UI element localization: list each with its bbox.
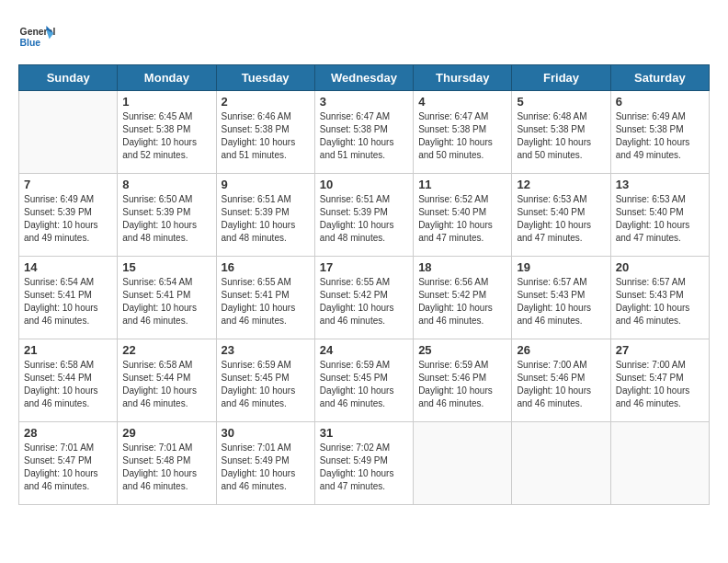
- day-number: 24: [320, 343, 408, 357]
- calendar-cell: 23Sunrise: 6:59 AMSunset: 5:45 PMDayligh…: [216, 339, 314, 422]
- calendar-cell: [512, 422, 610, 505]
- calendar-cell: 8Sunrise: 6:50 AMSunset: 5:39 PMDaylight…: [118, 174, 216, 257]
- calendar-cell: 12Sunrise: 6:53 AMSunset: 5:40 PMDayligh…: [512, 174, 610, 257]
- calendar-cell: 10Sunrise: 6:51 AMSunset: 5:39 PMDayligh…: [314, 174, 413, 257]
- day-number: 11: [418, 178, 506, 191]
- calendar-cell: 13Sunrise: 6:53 AMSunset: 5:40 PMDayligh…: [610, 174, 709, 257]
- day-number: 21: [24, 343, 112, 357]
- day-number: 28: [24, 426, 112, 440]
- day-number: 14: [24, 260, 112, 274]
- day-number: 17: [320, 260, 408, 274]
- calendar-cell: 29Sunrise: 7:01 AMSunset: 5:48 PMDayligh…: [118, 422, 216, 505]
- calendar-cell: 22Sunrise: 6:58 AMSunset: 5:44 PMDayligh…: [118, 339, 216, 422]
- day-info: Sunrise: 6:51 AMSunset: 5:39 PMDaylight:…: [320, 193, 408, 245]
- weekday-header-cell: Thursday: [414, 65, 512, 91]
- calendar-cell: 6Sunrise: 6:49 AMSunset: 5:38 PMDaylight…: [610, 91, 709, 174]
- weekday-header-cell: Sunday: [19, 65, 118, 91]
- calendar-cell: 14Sunrise: 6:54 AMSunset: 5:41 PMDayligh…: [19, 257, 118, 339]
- day-info: Sunrise: 6:57 AMSunset: 5:43 PMDaylight:…: [616, 276, 704, 327]
- weekday-header-cell: Saturday: [610, 65, 709, 91]
- day-info: Sunrise: 6:59 AMSunset: 5:45 PMDaylight:…: [320, 359, 408, 410]
- calendar-cell: 9Sunrise: 6:51 AMSunset: 5:39 PMDaylight…: [216, 174, 314, 257]
- calendar-cell: 25Sunrise: 6:59 AMSunset: 5:46 PMDayligh…: [414, 339, 512, 422]
- weekday-header-cell: Monday: [118, 65, 216, 91]
- day-info: Sunrise: 6:55 AMSunset: 5:42 PMDaylight:…: [320, 276, 408, 327]
- calendar-week-row: 21Sunrise: 6:58 AMSunset: 5:44 PMDayligh…: [19, 339, 710, 422]
- calendar-cell: 21Sunrise: 6:58 AMSunset: 5:44 PMDayligh…: [19, 339, 118, 422]
- day-number: 5: [517, 95, 605, 109]
- day-info: Sunrise: 7:01 AMSunset: 5:47 PMDaylight:…: [24, 442, 112, 493]
- day-info: Sunrise: 6:48 AMSunset: 5:38 PMDaylight:…: [517, 110, 605, 162]
- weekday-header-cell: Tuesday: [216, 65, 314, 91]
- day-info: Sunrise: 6:59 AMSunset: 5:45 PMDaylight:…: [222, 359, 310, 410]
- calendar-cell: 5Sunrise: 6:48 AMSunset: 5:38 PMDaylight…: [512, 91, 610, 174]
- day-number: 31: [320, 426, 408, 440]
- day-number: 10: [320, 178, 408, 191]
- calendar-cell: 19Sunrise: 6:57 AMSunset: 5:43 PMDayligh…: [512, 257, 610, 339]
- day-info: Sunrise: 6:49 AMSunset: 5:39 PMDaylight:…: [24, 193, 112, 245]
- calendar-cell: [414, 422, 512, 505]
- calendar-cell: 11Sunrise: 6:52 AMSunset: 5:40 PMDayligh…: [414, 174, 512, 257]
- day-info: Sunrise: 6:59 AMSunset: 5:46 PMDaylight:…: [418, 359, 506, 410]
- day-number: 30: [222, 426, 310, 440]
- calendar-cell: 26Sunrise: 7:00 AMSunset: 5:46 PMDayligh…: [512, 339, 610, 422]
- day-number: 16: [222, 260, 310, 274]
- day-info: Sunrise: 6:50 AMSunset: 5:39 PMDaylight:…: [122, 193, 210, 245]
- page-header: General Blue: [18, 18, 710, 55]
- svg-text:Blue: Blue: [20, 38, 41, 48]
- day-number: 27: [616, 343, 704, 357]
- day-number: 19: [517, 260, 605, 274]
- day-number: 20: [616, 260, 704, 274]
- calendar-cell: 2Sunrise: 6:46 AMSunset: 5:38 PMDaylight…: [216, 91, 314, 174]
- day-info: Sunrise: 7:02 AMSunset: 5:49 PMDaylight:…: [320, 442, 408, 493]
- day-number: 9: [222, 178, 310, 191]
- day-info: Sunrise: 7:00 AMSunset: 5:46 PMDaylight:…: [517, 359, 605, 410]
- calendar-week-row: 28Sunrise: 7:01 AMSunset: 5:47 PMDayligh…: [19, 422, 710, 505]
- calendar-week-row: 14Sunrise: 6:54 AMSunset: 5:41 PMDayligh…: [19, 257, 710, 339]
- day-info: Sunrise: 6:53 AMSunset: 5:40 PMDaylight:…: [517, 193, 605, 245]
- day-info: Sunrise: 6:47 AMSunset: 5:38 PMDaylight:…: [320, 110, 408, 162]
- day-number: 18: [418, 260, 506, 274]
- calendar-cell: [19, 91, 118, 174]
- day-info: Sunrise: 6:53 AMSunset: 5:40 PMDaylight:…: [616, 193, 704, 245]
- day-number: 15: [122, 260, 210, 274]
- calendar-cell: 24Sunrise: 6:59 AMSunset: 5:45 PMDayligh…: [314, 339, 413, 422]
- weekday-header-cell: Friday: [512, 65, 610, 91]
- day-info: Sunrise: 6:49 AMSunset: 5:38 PMDaylight:…: [616, 110, 704, 162]
- calendar-body: 1Sunrise: 6:45 AMSunset: 5:38 PMDaylight…: [19, 91, 710, 505]
- day-info: Sunrise: 6:56 AMSunset: 5:42 PMDaylight:…: [418, 276, 506, 327]
- day-info: Sunrise: 6:52 AMSunset: 5:40 PMDaylight:…: [418, 193, 506, 245]
- day-info: Sunrise: 6:45 AMSunset: 5:38 PMDaylight:…: [122, 110, 210, 162]
- day-number: 25: [418, 343, 506, 357]
- day-info: Sunrise: 7:01 AMSunset: 5:48 PMDaylight:…: [122, 442, 210, 493]
- calendar-cell: 17Sunrise: 6:55 AMSunset: 5:42 PMDayligh…: [314, 257, 413, 339]
- day-info: Sunrise: 6:54 AMSunset: 5:41 PMDaylight:…: [24, 276, 112, 327]
- calendar-week-row: 1Sunrise: 6:45 AMSunset: 5:38 PMDaylight…: [19, 91, 710, 174]
- calendar-week-row: 7Sunrise: 6:49 AMSunset: 5:39 PMDaylight…: [19, 174, 710, 257]
- calendar-cell: 4Sunrise: 6:47 AMSunset: 5:38 PMDaylight…: [414, 91, 512, 174]
- day-number: 7: [24, 178, 112, 191]
- day-info: Sunrise: 7:01 AMSunset: 5:49 PMDaylight:…: [222, 442, 310, 493]
- calendar-cell: 15Sunrise: 6:54 AMSunset: 5:41 PMDayligh…: [118, 257, 216, 339]
- calendar-table: SundayMondayTuesdayWednesdayThursdayFrid…: [18, 64, 710, 505]
- day-number: 23: [222, 343, 310, 357]
- calendar-cell: 20Sunrise: 6:57 AMSunset: 5:43 PMDayligh…: [610, 257, 709, 339]
- calendar-cell: 31Sunrise: 7:02 AMSunset: 5:49 PMDayligh…: [314, 422, 413, 505]
- day-number: 8: [122, 178, 210, 191]
- day-number: 3: [320, 95, 408, 109]
- calendar-cell: 30Sunrise: 7:01 AMSunset: 5:49 PMDayligh…: [216, 422, 314, 505]
- day-info: Sunrise: 6:51 AMSunset: 5:39 PMDaylight:…: [222, 193, 310, 245]
- day-info: Sunrise: 6:57 AMSunset: 5:43 PMDaylight:…: [517, 276, 605, 327]
- weekday-header-row: SundayMondayTuesdayWednesdayThursdayFrid…: [19, 65, 710, 91]
- calendar-cell: 16Sunrise: 6:55 AMSunset: 5:41 PMDayligh…: [216, 257, 314, 339]
- day-number: 22: [122, 343, 210, 357]
- day-info: Sunrise: 6:47 AMSunset: 5:38 PMDaylight:…: [418, 110, 506, 162]
- day-info: Sunrise: 6:54 AMSunset: 5:41 PMDaylight:…: [122, 276, 210, 327]
- day-info: Sunrise: 6:58 AMSunset: 5:44 PMDaylight:…: [122, 359, 210, 410]
- calendar-cell: [610, 422, 709, 505]
- calendar-cell: 1Sunrise: 6:45 AMSunset: 5:38 PMDaylight…: [118, 91, 216, 174]
- day-number: 29: [122, 426, 210, 440]
- day-number: 13: [616, 178, 704, 191]
- day-info: Sunrise: 6:46 AMSunset: 5:38 PMDaylight:…: [222, 110, 310, 162]
- calendar-cell: 27Sunrise: 7:00 AMSunset: 5:47 PMDayligh…: [610, 339, 709, 422]
